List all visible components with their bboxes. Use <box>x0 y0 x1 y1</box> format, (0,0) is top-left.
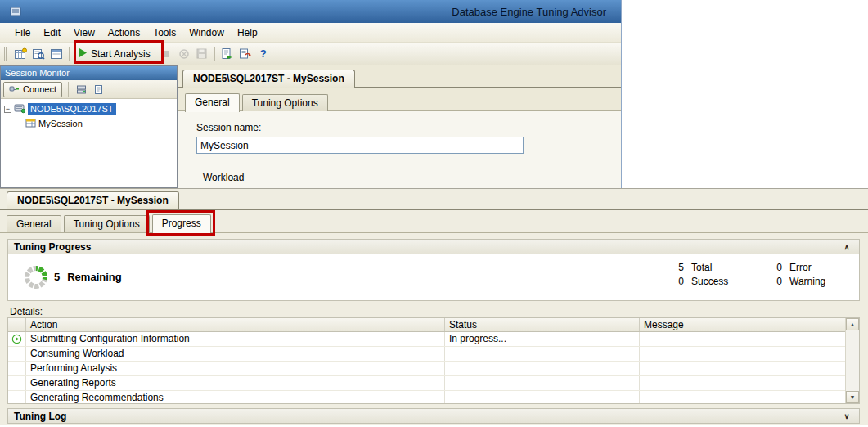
tuning-progress-header[interactable]: Tuning Progress ∧ <box>7 239 860 254</box>
menu-actions[interactable]: Actions <box>101 25 146 41</box>
scrollbar-down-icon[interactable]: ▼ <box>846 391 859 403</box>
stat-success: 0 Success <box>672 276 728 287</box>
progress-pane-window: NODE5\SQL2017ST - MySession General Tuni… <box>0 188 868 427</box>
row-status <box>445 347 640 361</box>
tab-general[interactable]: General <box>7 215 61 232</box>
tree-server-label[interactable]: NODE5\SQL2017ST <box>28 103 116 115</box>
row-status <box>445 376 640 390</box>
column-header-message[interactable]: Message <box>640 318 845 331</box>
tuning-log-title: Tuning Log <box>14 411 66 422</box>
row-message <box>640 362 845 375</box>
tuning-log-header[interactable]: Tuning Log ∨ <box>7 408 860 424</box>
save-icon[interactable] <box>193 45 211 63</box>
scrollbar-up-icon[interactable]: ▲ <box>846 318 859 330</box>
tab-tuning-options[interactable]: Tuning Options <box>242 94 328 111</box>
details-table: Action Status Message Submitting Configu… <box>7 317 860 404</box>
refresh-icon[interactable] <box>92 82 106 97</box>
details-table-inner: Action Status Message Submitting Configu… <box>8 318 845 403</box>
cancel-icon[interactable] <box>175 45 193 63</box>
row-message <box>640 376 845 390</box>
tree-session-label[interactable]: MySession <box>38 119 83 128</box>
tab-general[interactable]: General <box>185 93 240 112</box>
row-message <box>640 391 845 404</box>
dta-main-window: Database Engine Tuning Advisor File Edit… <box>0 0 622 188</box>
expand-chevron-icon[interactable]: ∨ <box>840 411 853 422</box>
window-title: Database Engine Tuning Advisor <box>452 6 614 18</box>
menu-help[interactable]: Help <box>231 25 264 41</box>
remaining-count: 5 <box>54 271 60 283</box>
menu-edit[interactable]: Edit <box>37 25 67 41</box>
session-name-input[interactable] <box>196 137 524 154</box>
stat-error-value: 0 <box>771 262 782 273</box>
session-monitor-toolbar: Connect <box>1 80 177 99</box>
row-action: Performing Analysis <box>26 362 445 375</box>
connect-icon <box>9 83 20 96</box>
start-analysis-button[interactable]: Start Analysis <box>73 44 157 64</box>
in-progress-icon <box>8 332 26 346</box>
tab-strip-line <box>0 232 868 233</box>
row-state-blank <box>8 391 26 404</box>
stat-warning-value: 0 <box>771 276 782 287</box>
table-row[interactable]: Performing Analysis <box>8 362 845 376</box>
tab-progress[interactable]: Progress <box>152 214 211 233</box>
row-action: Consuming Workload <box>26 347 445 361</box>
tab-tuning-options[interactable]: Tuning Options <box>64 215 150 232</box>
collapse-chevron-icon[interactable]: ∧ <box>840 241 853 253</box>
stat-error: 0 Error <box>771 262 812 273</box>
document-tab-line <box>0 209 868 210</box>
session-monitor-header: Session Monitor <box>1 66 177 80</box>
table-row[interactable]: Generating Recommendations <box>8 391 845 404</box>
menu-file[interactable]: File <box>8 25 37 41</box>
document-tab[interactable]: NODE5\SQL2017ST - MySession <box>182 70 355 88</box>
general-tab-content: Session name: Workload <box>178 111 622 188</box>
menu-view[interactable]: View <box>67 25 101 41</box>
main-toolbar: Start Analysis ? <box>0 43 621 65</box>
progress-spinner-icon <box>23 264 49 293</box>
menu-tools[interactable]: Tools <box>146 25 182 41</box>
session-editor-pane: NODE5\SQL2017ST - MySession General Tuni… <box>178 65 622 188</box>
document-tab[interactable]: NODE5\SQL2017ST - MySession <box>7 191 179 209</box>
export-icon[interactable] <box>218 45 236 63</box>
start-analysis-play-icon <box>79 48 87 60</box>
help-icon[interactable]: ? <box>254 45 272 63</box>
session-monitor-panel: Session Monitor Connect − NOD <box>0 65 178 188</box>
tree-item-session[interactable]: MySession <box>1 116 177 131</box>
start-analysis-label: Start Analysis <box>91 48 151 60</box>
tree-item-server[interactable]: − NODE5\SQL2017ST <box>1 101 177 116</box>
row-action: Generating Recommendations <box>26 391 445 404</box>
window-list-icon[interactable] <box>47 45 65 63</box>
toolbar-grip[interactable] <box>4 47 8 61</box>
remaining-label: Remaining <box>67 271 121 283</box>
menu-window[interactable]: Window <box>182 25 231 41</box>
server-icon-button[interactable] <box>74 82 89 97</box>
connect-button[interactable]: Connect <box>3 82 62 97</box>
stop-analysis-icon[interactable] <box>157 45 175 63</box>
table-row[interactable]: Consuming Workload <box>8 347 845 362</box>
tree-collapse-icon[interactable]: − <box>4 106 11 113</box>
row-status <box>445 391 640 404</box>
session-icon <box>25 118 36 130</box>
stat-warning: 0 Warning <box>771 276 825 287</box>
table-scrollbar[interactable]: ▲ ▼ <box>845 318 859 403</box>
search-window-icon[interactable] <box>29 45 47 63</box>
row-status <box>445 362 640 375</box>
table-row[interactable]: Submitting Configuration Information In … <box>8 332 845 347</box>
new-session-icon[interactable] <box>11 45 29 63</box>
apply-recommendations-icon[interactable] <box>236 45 254 63</box>
row-message <box>640 332 845 346</box>
column-header-status[interactable]: Status <box>445 318 640 331</box>
stat-total: 5 Total <box>672 262 712 273</box>
stat-error-label: Error <box>789 262 812 273</box>
workload-group-label: Workload <box>203 172 244 183</box>
tuning-progress-panel: 5 Remaining 5 Total 0 Success 0 Error 0 … <box>7 254 860 301</box>
table-row[interactable]: Generating Reports <box>8 376 845 391</box>
row-action: Submitting Configuration Information <box>26 332 445 346</box>
titlebar[interactable]: Database Engine Tuning Advisor <box>0 0 621 23</box>
row-status: In progress... <box>445 332 640 346</box>
session-name-label: Session name: <box>196 122 261 133</box>
details-label: Details: <box>10 306 43 317</box>
column-header-state[interactable] <box>8 318 26 331</box>
column-header-action[interactable]: Action <box>26 318 445 331</box>
remaining-summary: 5 Remaining <box>54 271 122 283</box>
row-state-blank <box>8 362 26 375</box>
